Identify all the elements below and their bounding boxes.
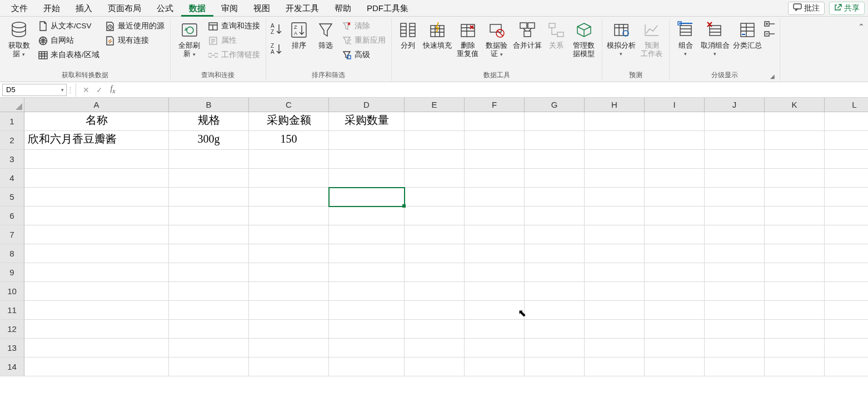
cell-D7[interactable] <box>329 225 405 244</box>
tab-formulas[interactable]: 公式 <box>149 0 181 17</box>
cell-A12[interactable] <box>24 320 169 339</box>
cell-D1[interactable]: 采购数量 <box>329 112 405 131</box>
cell-K5[interactable] <box>765 188 825 206</box>
cell-L4[interactable] <box>825 169 868 188</box>
cell-K4[interactable] <box>765 169 825 188</box>
cell-B11[interactable] <box>169 301 249 320</box>
row-header-3[interactable]: 3 <box>0 150 24 169</box>
column-header-E[interactable]: E <box>405 98 465 112</box>
cell-C12[interactable] <box>249 320 329 339</box>
column-header-I[interactable]: I <box>645 98 705 112</box>
cell-B9[interactable] <box>169 263 249 282</box>
cell-F6[interactable] <box>465 206 525 225</box>
cell-H4[interactable] <box>585 169 645 188</box>
cell-L12[interactable] <box>825 320 868 339</box>
cell-J11[interactable] <box>705 301 765 320</box>
row-header-13[interactable]: 13 <box>0 339 24 357</box>
cell-D12[interactable] <box>329 320 405 339</box>
from-table-button[interactable]: 来自表格/区域 <box>36 49 102 61</box>
cell-E11[interactable] <box>405 301 465 320</box>
cell-A7[interactable] <box>24 225 169 244</box>
advanced-filter-button[interactable]: 高级 <box>340 49 388 61</box>
tab-developer[interactable]: 开发工具 <box>278 0 327 17</box>
cell-F7[interactable] <box>465 225 525 244</box>
tab-review[interactable]: 审阅 <box>213 0 246 17</box>
cell-J8[interactable] <box>705 244 765 263</box>
cell-H14[interactable] <box>585 357 645 376</box>
cell-A6[interactable] <box>24 206 169 225</box>
cell-L11[interactable] <box>825 301 868 320</box>
row-header-14[interactable]: 14 <box>0 357 24 376</box>
ungroup-button[interactable]: 取消组合 ▾ <box>700 19 731 58</box>
row-header-12[interactable]: 12 <box>0 320 24 339</box>
tab-data[interactable]: 数据 <box>181 0 213 17</box>
column-header-G[interactable]: G <box>525 98 585 112</box>
cell-J12[interactable] <box>705 320 765 339</box>
workbook-links-button[interactable]: 工作簿链接 <box>206 49 262 61</box>
cell-C2[interactable]: 150 <box>249 131 329 150</box>
cell-E2[interactable] <box>405 131 465 150</box>
clear-filter-button[interactable]: 清除 <box>340 20 388 32</box>
cell-G2[interactable] <box>525 131 585 150</box>
cell-C6[interactable] <box>249 206 329 225</box>
column-header-F[interactable]: F <box>465 98 525 112</box>
cell-D5[interactable] <box>329 188 405 206</box>
row-header-11[interactable]: 11 <box>0 301 24 320</box>
cell-K10[interactable] <box>765 282 825 301</box>
cell-B2[interactable]: 300g <box>169 131 249 150</box>
cell-E7[interactable] <box>405 225 465 244</box>
insert-function-button[interactable]: fx <box>106 84 119 95</box>
cell-D14[interactable] <box>329 357 405 376</box>
cell-E6[interactable] <box>405 206 465 225</box>
cell-A10[interactable] <box>24 282 169 301</box>
formula-input[interactable] <box>119 82 868 97</box>
cell-A8[interactable] <box>24 244 169 263</box>
cell-G14[interactable] <box>525 357 585 376</box>
column-header-B[interactable]: B <box>169 98 249 112</box>
accept-formula-button[interactable]: ✓ <box>93 85 106 94</box>
row-header-4[interactable]: 4 <box>0 169 24 188</box>
comments-button[interactable]: 批注 <box>788 2 825 15</box>
cell-H5[interactable] <box>585 188 645 206</box>
cell-E13[interactable] <box>405 339 465 357</box>
cell-G8[interactable] <box>525 244 585 263</box>
cell-B10[interactable] <box>169 282 249 301</box>
tab-help[interactable]: 帮助 <box>327 0 359 17</box>
cell-C9[interactable] <box>249 263 329 282</box>
cells-area[interactable]: 名称规格采购金额采购数量欣和六月香豆瓣酱300g150 <box>24 112 868 376</box>
properties-button[interactable]: 属性 <box>206 34 262 47</box>
cell-B6[interactable] <box>169 206 249 225</box>
tab-insert[interactable]: 插入 <box>68 0 100 17</box>
cell-J5[interactable] <box>705 188 765 206</box>
cell-H7[interactable] <box>585 225 645 244</box>
cell-D8[interactable] <box>329 244 405 263</box>
filter-button[interactable]: 筛选 <box>313 19 338 49</box>
relationships-button[interactable]: 关系 <box>544 19 568 49</box>
cell-F3[interactable] <box>465 150 525 169</box>
column-header-K[interactable]: K <box>765 98 825 112</box>
tab-view[interactable]: 视图 <box>246 0 278 17</box>
remove-duplicates-button[interactable]: 删除 重复值 <box>454 19 482 58</box>
cell-D2[interactable] <box>329 131 405 150</box>
cell-A14[interactable] <box>24 357 169 376</box>
cell-F11[interactable] <box>465 301 525 320</box>
cell-J6[interactable] <box>705 206 765 225</box>
cell-L3[interactable] <box>825 150 868 169</box>
cell-G1[interactable] <box>525 112 585 131</box>
cell-A1[interactable]: 名称 <box>24 112 169 131</box>
cell-E1[interactable] <box>405 112 465 131</box>
cell-F12[interactable] <box>465 320 525 339</box>
cell-L13[interactable] <box>825 339 868 357</box>
cell-F9[interactable] <box>465 263 525 282</box>
name-box[interactable]: D5 ▾ <box>2 84 67 96</box>
existing-conn-button[interactable]: 现有连接 <box>103 34 167 47</box>
row-header-1[interactable]: 1 <box>0 112 24 131</box>
cell-G6[interactable] <box>525 206 585 225</box>
cell-B12[interactable] <box>169 320 249 339</box>
cell-H3[interactable] <box>585 150 645 169</box>
cell-L7[interactable] <box>825 225 868 244</box>
cell-G7[interactable] <box>525 225 585 244</box>
cell-E14[interactable] <box>405 357 465 376</box>
cell-A13[interactable] <box>24 339 169 357</box>
cell-K3[interactable] <box>765 150 825 169</box>
